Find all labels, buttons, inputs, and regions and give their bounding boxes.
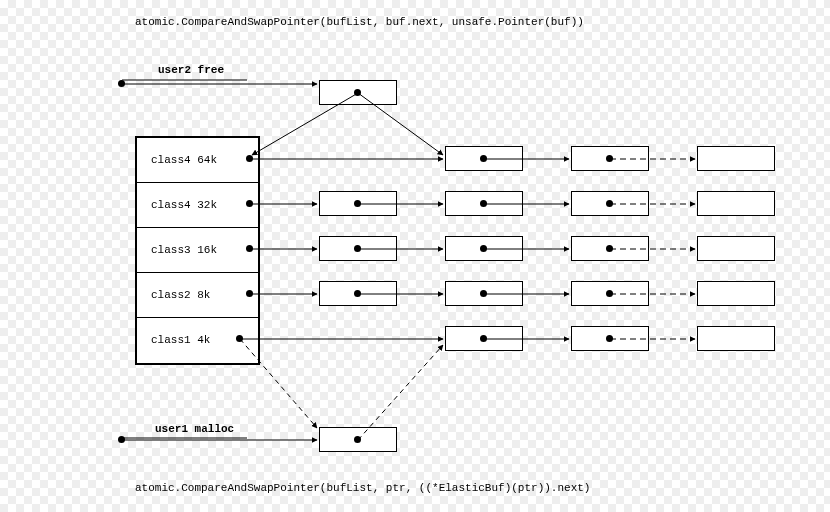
- buf-32k-2-dot: [606, 200, 613, 207]
- class-cell-8k: class2 8k: [137, 273, 258, 318]
- user2-free-label: user2 free: [158, 64, 224, 76]
- class-32k-dot: [246, 200, 253, 207]
- buf-32k-0-dot: [354, 200, 361, 207]
- buf-64k-2: [697, 146, 775, 171]
- svg-line-24: [358, 345, 443, 440]
- buf-8k-3: [697, 281, 775, 306]
- free-box-dot: [354, 89, 361, 96]
- buf-16k-0-dot: [354, 245, 361, 252]
- buf-8k-2-dot: [606, 290, 613, 297]
- user2-dot: [118, 80, 125, 87]
- class-label: class2 8k: [151, 289, 210, 301]
- buf-8k-0-dot: [354, 290, 361, 297]
- class-label: class4 32k: [151, 199, 217, 211]
- buf-8k-1-dot: [480, 290, 487, 297]
- buf-4k-1-dot: [606, 335, 613, 342]
- class-label: class4 64k: [151, 154, 217, 166]
- buf-32k-1-dot: [480, 200, 487, 207]
- class-label: class1 4k: [151, 334, 210, 346]
- code-bottom: atomic.CompareAndSwapPointer(bufList, pt…: [135, 482, 590, 494]
- class-64k-dot: [246, 155, 253, 162]
- buf-16k-2-dot: [606, 245, 613, 252]
- user1-dot: [118, 436, 125, 443]
- malloc-box-dot: [354, 436, 361, 443]
- class-8k-dot: [246, 290, 253, 297]
- class-label: class3 16k: [151, 244, 217, 256]
- code-top: atomic.CompareAndSwapPointer(bufList, bu…: [135, 16, 584, 28]
- class-cell-64k: class4 64k: [137, 138, 258, 183]
- buf-32k-3: [697, 191, 775, 216]
- buf-4k-2: [697, 326, 775, 351]
- buf-64k-1-dot: [606, 155, 613, 162]
- class-4k-dot: [236, 335, 243, 342]
- class-cell-16k: class3 16k: [137, 228, 258, 273]
- buf-16k-3: [697, 236, 775, 261]
- buf-64k-0-dot: [480, 155, 487, 162]
- user1-malloc-label: user1 malloc: [155, 423, 234, 435]
- class-stack: class4 64k class4 32k class3 16k class2 …: [135, 136, 260, 365]
- buf-16k-1-dot: [480, 245, 487, 252]
- buf-4k-0-dot: [480, 335, 487, 342]
- class-cell-32k: class4 32k: [137, 183, 258, 228]
- class-16k-dot: [246, 245, 253, 252]
